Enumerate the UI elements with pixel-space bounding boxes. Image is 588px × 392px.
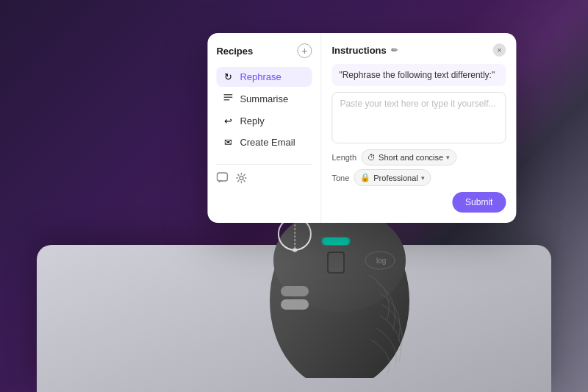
- recipe-label-create-email: Create Email: [240, 137, 295, 148]
- recipe-label-summarise: Summarise: [240, 93, 288, 104]
- recipes-header: Recipes +: [216, 43, 312, 58]
- instruction-prompt: "Rephrase the following text differently…: [331, 64, 506, 86]
- recipes-panel: Recipes + ↻ Rephrase Summarise ↩ Reply ✉: [207, 33, 321, 223]
- edit-icon[interactable]: ✏: [391, 46, 398, 55]
- length-pill[interactable]: ⏱ Short and concise ▾: [361, 149, 456, 165]
- length-value: Short and concise: [379, 153, 443, 162]
- svg-rect-3: [281, 299, 309, 310]
- recipes-footer: [216, 164, 312, 186]
- instructions-header: Instructions ✏ ×: [331, 43, 506, 57]
- svg-rect-7: [329, 253, 343, 272]
- recipe-item-reply[interactable]: ↩ Reply: [216, 111, 312, 131]
- svg-rect-5: [323, 238, 349, 245]
- svg-rect-15: [217, 173, 227, 181]
- close-button[interactable]: ×: [492, 43, 506, 57]
- recipe-item-summarise[interactable]: Summarise: [216, 88, 312, 110]
- tone-row: Tone 🔒 Professional ▾: [331, 169, 506, 186]
- length-clock-icon: ⏱: [368, 153, 376, 162]
- text-area[interactable]: Paste your text here or type it yourself…: [331, 92, 506, 143]
- submit-button[interactable]: Submit: [452, 192, 506, 213]
- recipe-label-reply: Reply: [240, 115, 264, 126]
- length-row: Length ⏱ Short and concise ▾: [331, 149, 506, 165]
- tone-chevron-icon: ▾: [421, 174, 425, 182]
- length-label: Length: [331, 153, 356, 162]
- rephrase-icon: ↻: [222, 71, 234, 82]
- instructions-panel: Instructions ✏ × "Rephrase the following…: [321, 33, 516, 223]
- recipe-label-rephrase: Rephrase: [240, 71, 281, 82]
- recipe-item-rephrase[interactable]: ↻ Rephrase: [216, 67, 312, 87]
- add-recipe-button[interactable]: +: [297, 43, 312, 58]
- svg-point-16: [240, 177, 243, 180]
- svg-rect-14: [223, 99, 229, 101]
- recipe-item-create-email[interactable]: ✉ Create Email: [216, 132, 312, 152]
- svg-rect-2: [281, 286, 309, 296]
- settings-icon[interactable]: [235, 172, 247, 186]
- reply-icon: ↩: [222, 115, 234, 126]
- svg-rect-13: [223, 97, 232, 99]
- textarea-placeholder: Paste your text here or type it yourself…: [340, 99, 495, 109]
- tone-lock-icon: 🔒: [360, 173, 370, 182]
- svg-rect-12: [223, 94, 232, 96]
- tone-label: Tone: [331, 174, 349, 182]
- tone-pill[interactable]: 🔒 Professional ▾: [354, 169, 431, 186]
- summarise-icon: [222, 93, 234, 105]
- chat-icon[interactable]: [216, 172, 228, 186]
- create-email-icon: ✉: [222, 137, 234, 148]
- tone-value: Professional: [373, 174, 418, 182]
- recipes-title: Recipes: [216, 46, 253, 57]
- popup-container: Recipes + ↻ Rephrase Summarise ↩ Reply ✉: [207, 33, 516, 223]
- length-chevron-icon: ▾: [446, 154, 450, 161]
- instructions-title-text: Instructions: [331, 45, 386, 56]
- svg-text:log: log: [376, 257, 386, 265]
- instructions-title: Instructions ✏: [331, 45, 397, 56]
